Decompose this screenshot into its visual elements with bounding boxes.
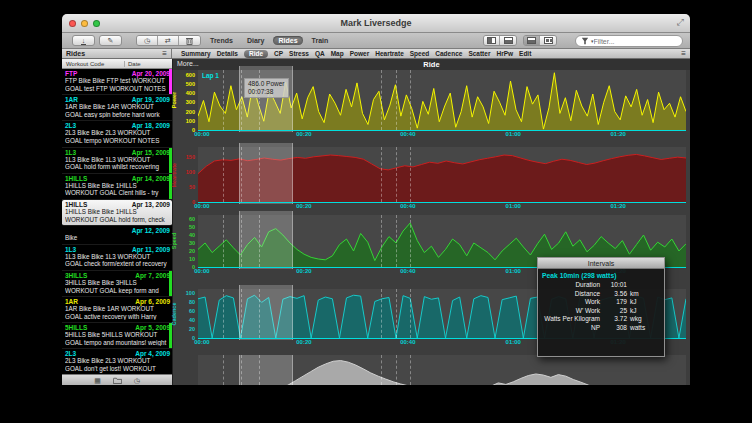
interval-marker-line bbox=[381, 355, 382, 385]
selection-region[interactable] bbox=[239, 143, 293, 204]
ytick-label: 400 bbox=[175, 90, 195, 96]
ytick-label: 50 bbox=[175, 224, 195, 230]
chart-heartrate[interactable]: 050100150Heartrate00:0000:2000:4001:0001… bbox=[198, 147, 686, 202]
interval-marker-line bbox=[223, 70, 224, 130]
tab-scatter[interactable]: Scatter bbox=[468, 50, 490, 57]
interval-stat-value: 179 bbox=[604, 298, 630, 307]
workout-date: Apr 20, 2009 bbox=[132, 70, 170, 77]
tab-cadence[interactable]: Cadence bbox=[435, 50, 462, 57]
ytick-label: 30 bbox=[175, 240, 195, 246]
ytick-label: 0 bbox=[175, 199, 195, 205]
ride-list-item[interactable]: 1HILLSApr 13, 20091HILLS Bike Bike 1HILL… bbox=[62, 200, 172, 226]
interval-stat-row: Work179kJ bbox=[538, 298, 664, 307]
manual-entry-button[interactable]: ✎ bbox=[99, 35, 122, 46]
title-bar[interactable]: Mark Liversedge ⤢ bbox=[62, 14, 690, 33]
xtick-label: 00:00 bbox=[194, 131, 209, 137]
import-ride-button[interactable]: ↓ bbox=[72, 35, 95, 46]
tab-heartrate[interactable]: Heartrate bbox=[375, 50, 404, 57]
interval-marker-line bbox=[396, 70, 397, 130]
ride-list-item[interactable]: 3HILLSApr 7, 20093HILLS Bike Bike 3HILLS… bbox=[62, 271, 172, 297]
tab-hrpw[interactable]: HrPw bbox=[496, 50, 513, 57]
grid-view-icon[interactable]: ▦ bbox=[94, 375, 101, 386]
split-ride-button[interactable]: ⇄ bbox=[158, 36, 179, 45]
selection-region[interactable] bbox=[239, 355, 293, 385]
filter-input[interactable] bbox=[594, 38, 674, 45]
selection-region[interactable] bbox=[239, 211, 293, 269]
selection-region[interactable] bbox=[239, 66, 293, 132]
view-tab-diary[interactable]: Diary bbox=[242, 36, 270, 45]
view-tab-trends[interactable]: Trends bbox=[205, 36, 238, 45]
ride-list-item[interactable]: Apr 12, 2009Bike bbox=[62, 226, 172, 245]
workout-code: 2L3 bbox=[65, 350, 76, 357]
sidebar-menu-icon[interactable]: ≡ bbox=[162, 49, 167, 59]
interval-marker-line bbox=[259, 289, 260, 338]
ride-list-item[interactable]: 5HILLSApr 5, 20095HILLS Bike 5HILLS WORK… bbox=[62, 323, 172, 349]
ride-list-item[interactable]: 1L3Apr 15, 20091L3 Bike Bike 1L3 WORKOUT… bbox=[62, 148, 172, 174]
workout-description: 1AR Bike Bike 1AR WORKOUT bbox=[65, 305, 170, 313]
tiled-view-button[interactable] bbox=[540, 36, 556, 45]
column-date[interactable]: Date bbox=[124, 61, 141, 67]
tab-stress[interactable]: Stress bbox=[289, 50, 309, 57]
trash-icon bbox=[186, 37, 193, 45]
tab-summary[interactable]: Summary bbox=[181, 50, 211, 57]
y-axis-title: Power bbox=[171, 92, 177, 109]
ride-list-item[interactable]: 1L3Apr 11, 20091L3 Bike Bike 1L3 WORKOUT… bbox=[62, 245, 172, 271]
workout-description: 1HILLS Bike Bike 1HILLS bbox=[65, 182, 170, 190]
toggle-bottom-bar-button[interactable] bbox=[500, 36, 516, 45]
intervals-popup-title[interactable]: Intervals bbox=[538, 258, 664, 269]
tab-speed[interactable]: Speed bbox=[410, 50, 430, 57]
tabbed-view-button[interactable] bbox=[524, 36, 540, 45]
tab-details[interactable]: Details bbox=[217, 50, 238, 57]
tab-power[interactable]: Power bbox=[350, 50, 370, 57]
interval-marker-line bbox=[381, 70, 382, 130]
layout-toggle-group bbox=[523, 35, 557, 46]
toggle-left-sidebar-button[interactable] bbox=[484, 36, 500, 45]
tab-qa[interactable]: QA bbox=[315, 50, 325, 57]
power-tooltip-time: 00:07:38 bbox=[248, 88, 285, 96]
workout-code: 1AR bbox=[65, 298, 78, 305]
xtick-label: 00:00 bbox=[194, 339, 209, 345]
clock-icon[interactable]: ◷ bbox=[134, 375, 140, 386]
delete-ride-button[interactable] bbox=[179, 36, 200, 45]
ride-list-item[interactable]: 1ARApr 6, 20091AR Bike Bike 1AR WORKOUTG… bbox=[62, 297, 172, 323]
stopwatch-button[interactable]: ◷ bbox=[137, 36, 158, 45]
column-workout-code[interactable]: Workout Code bbox=[66, 61, 104, 67]
chart-menu-icon[interactable]: ≡ bbox=[681, 49, 686, 59]
folder-icon[interactable] bbox=[113, 377, 122, 384]
filter-box[interactable]: ▾ bbox=[575, 35, 683, 47]
ride-list-item[interactable]: 2L3Apr 4, 20092L3 Bike Bike 2L3 WORKOUTG… bbox=[62, 349, 172, 374]
workout-date: Apr 18, 2009 bbox=[132, 122, 170, 129]
fullscreen-icon[interactable]: ⤢ bbox=[677, 17, 684, 28]
split-icon: ⇄ bbox=[165, 37, 171, 45]
interval-stat-value: 3.72 bbox=[604, 315, 630, 324]
ride-list-item[interactable]: 1HILLSApr 14, 20091HILLS Bike Bike 1HILL… bbox=[62, 174, 172, 200]
ride-list-item[interactable]: FTPApr 20, 2009FTP Bike Bike FTP test WO… bbox=[62, 69, 172, 95]
ride-list-item[interactable]: 1ARApr 19, 20091AR Bike Bike 1AR WORKOUT… bbox=[62, 95, 172, 121]
tab-ride[interactable]: Ride bbox=[244, 50, 268, 58]
tab-edit[interactable]: Edit bbox=[519, 50, 531, 57]
ytick-label: 150 bbox=[175, 154, 195, 160]
workout-date: Apr 12, 2009 bbox=[132, 227, 170, 234]
tab-map[interactable]: Map bbox=[331, 50, 344, 57]
list-header[interactable]: Workout Code Date bbox=[62, 59, 172, 69]
ride-list-item[interactable]: 2L3Apr 18, 20092L3 Bike Bike 2L3 WORKOUT… bbox=[62, 121, 172, 147]
sidebar-toggle-group bbox=[483, 35, 517, 46]
workout-date: Apr 7, 2009 bbox=[135, 272, 170, 279]
interval-marker-line bbox=[223, 355, 224, 385]
chart-altitude[interactable]: 100150200Altitude bbox=[198, 355, 686, 385]
ride-row-header: FTPApr 20, 2009 bbox=[65, 70, 170, 77]
interval-marker-line bbox=[396, 147, 397, 202]
interval-marker-line bbox=[223, 289, 224, 338]
workout-description: GOAL easy spin before hard work bbox=[65, 111, 170, 119]
selection-region[interactable] bbox=[239, 285, 293, 340]
xtick-label: 00:40 bbox=[400, 131, 415, 137]
tab-cp[interactable]: CP bbox=[274, 50, 283, 57]
workout-date: Apr 19, 2009 bbox=[132, 96, 170, 103]
interval-marker-line bbox=[410, 355, 411, 385]
view-tab-train[interactable]: Train bbox=[307, 36, 334, 45]
interval-stat-unit: kJ bbox=[630, 298, 660, 307]
xtick-label: 01:00 bbox=[506, 339, 521, 345]
view-tab-rides[interactable]: Rides bbox=[273, 36, 302, 45]
interval-stat-row: W' Work25kJ bbox=[538, 307, 664, 316]
intervals-popup[interactable]: Intervals Peak 10min (298 watts) Duratio… bbox=[537, 257, 665, 357]
